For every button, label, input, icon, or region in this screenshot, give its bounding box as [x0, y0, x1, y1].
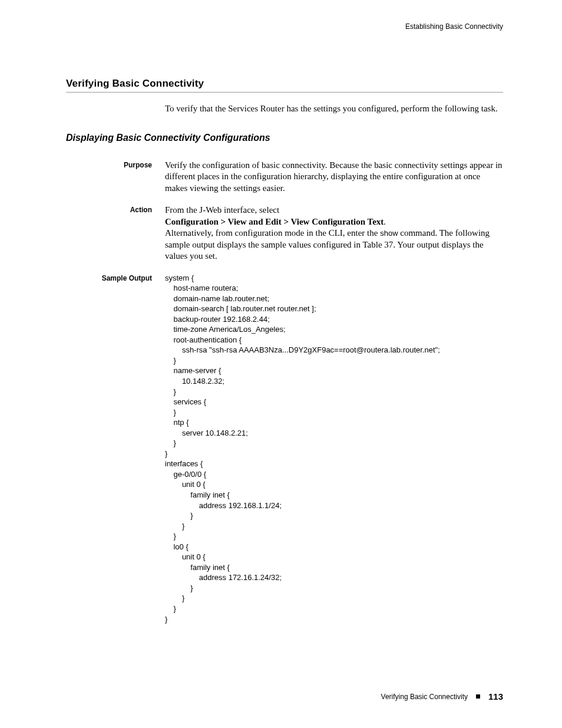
footer-text: Verifying Basic Connectivity: [381, 693, 468, 701]
action-path: Configuration > View and Edit > View Con…: [165, 217, 384, 226]
sample-output-label: Sample Output: [66, 273, 165, 625]
section-rule: [66, 92, 503, 93]
action-cmd: show: [380, 229, 398, 238]
sample-output-entry: Sample Output system { host-name routera…: [66, 273, 503, 625]
purpose-body: Verify the configuration of basic connec…: [165, 160, 503, 195]
action-body: From the J-Web interface, select Configu…: [165, 205, 503, 262]
action-entry: Action From the J-Web interface, select …: [66, 205, 503, 262]
running-head: Establishing Basic Connectivity: [66, 22, 503, 31]
footer-page-number: 113: [488, 691, 503, 701]
sample-output-body: system { host-name routera; domain-name …: [165, 273, 503, 625]
action-line2a: Alternatively, from configuration mode i…: [165, 228, 380, 238]
section-intro: To verify that the Services Router has t…: [165, 103, 503, 115]
purpose-label: Purpose: [66, 160, 165, 195]
purpose-entry: Purpose Verify the configuration of basi…: [66, 160, 503, 195]
subsection-title: Displaying Basic Connectivity Configurat…: [66, 133, 503, 143]
section-title: Verifying Basic Connectivity: [66, 78, 503, 90]
page-footer: Verifying Basic Connectivity 113: [381, 691, 503, 701]
action-period: .: [384, 217, 386, 226]
action-label: Action: [66, 205, 165, 262]
action-line1: From the J-Web interface, select: [165, 205, 279, 215]
footer-square-icon: [476, 694, 480, 699]
